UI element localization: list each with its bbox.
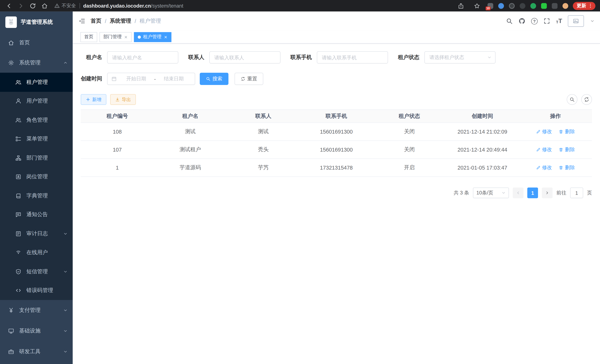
tenant-table: 租户编号 租户名 联系人 联系手机 租户状态 创建时间 操作 108 测试: [81, 110, 592, 177]
extension-icon[interactable]: [508, 2, 515, 9]
cell-tenant-name: 测试租户: [154, 141, 227, 159]
home-icon[interactable]: [41, 2, 48, 9]
table-row: 1 芋道源码 芋艿 17321315478 开启 2021-01-05 17:0…: [81, 159, 592, 177]
security-label: 不安全: [62, 2, 76, 9]
tab-dept[interactable]: 部门管理: [99, 32, 131, 42]
tenant-name-label: 租户名: [81, 54, 102, 61]
page-size-select[interactable]: 10条/页: [473, 187, 509, 198]
edit-label: 修改: [542, 146, 552, 153]
sidebar-item-tools[interactable]: 研发工具: [0, 341, 73, 362]
chevron-right-icon: [545, 191, 549, 195]
update-button[interactable]: 更新: [573, 2, 596, 10]
delete-button[interactable]: 删除: [559, 128, 575, 135]
tenant-status-select[interactable]: 请选择租户状态: [424, 51, 496, 64]
prev-page-button[interactable]: [513, 187, 524, 198]
sidebar-item-role[interactable]: 角色管理: [0, 111, 73, 130]
goto-page-input[interactable]: [570, 187, 583, 198]
page-number-button[interactable]: 1: [527, 187, 538, 198]
help-icon[interactable]: ?: [531, 18, 538, 24]
app-title: 芋道管理系统: [21, 19, 53, 26]
column-header: 创建时间: [446, 110, 519, 123]
sidebar-logo[interactable]: 芋道管理系统: [0, 11, 73, 33]
collapse-sidebar-icon[interactable]: [78, 18, 85, 25]
tab-tenant[interactable]: 租户管理: [134, 32, 171, 42]
cell-phone: 15601691300: [300, 141, 373, 159]
phone-label: 联系手机: [290, 54, 312, 61]
sidebar-item-user[interactable]: 用户管理: [0, 92, 73, 111]
search-icon[interactable]: [506, 18, 513, 25]
reload-icon[interactable]: [29, 2, 36, 9]
sidebar-item-menu[interactable]: 菜单管理: [0, 130, 73, 149]
search-button[interactable]: 搜索: [200, 73, 229, 85]
extension-glyph: [541, 3, 547, 9]
bookmark-star-icon[interactable]: [474, 2, 480, 9]
sidebar-item-online-user[interactable]: 在线用户: [0, 243, 73, 262]
cell-created: 2021-12-14 21:02:09: [446, 123, 519, 141]
contact-input[interactable]: [209, 51, 281, 64]
add-button[interactable]: 新增: [81, 94, 106, 105]
column-header: 联系人: [227, 110, 300, 123]
sidebar-item-home[interactable]: 首页: [0, 33, 73, 53]
sidebar-item-error-code[interactable]: 错误码管理: [0, 281, 73, 300]
close-icon[interactable]: [124, 35, 128, 39]
users-icon: [15, 117, 21, 123]
sidebar-item-post[interactable]: 岗位管理: [0, 167, 73, 186]
edit-button[interactable]: 修改: [536, 146, 552, 153]
edit-icon: [536, 129, 541, 134]
next-page-button[interactable]: [542, 187, 553, 198]
browser-chrome: 不安全 dashboard.yudao.iocoder.cn/system/te…: [0, 0, 600, 11]
address-bar[interactable]: 不安全 dashboard.yudao.iocoder.cn/system/te…: [54, 2, 183, 9]
extension-icon[interactable]: [498, 2, 504, 9]
log-icon: [15, 231, 21, 237]
share-icon[interactable]: [458, 2, 464, 9]
date-range-separator: -: [153, 76, 157, 82]
forward-icon[interactable]: [18, 2, 24, 9]
user-avatar[interactable]: [568, 15, 584, 27]
menu-dots-icon[interactable]: [588, 3, 593, 9]
phone-input[interactable]: [317, 51, 388, 64]
breadcrumb-system[interactable]: 系统管理: [110, 18, 131, 25]
page-unit-label: 页: [587, 189, 592, 196]
profile-avatar[interactable]: [562, 2, 569, 9]
fullscreen-icon[interactable]: [544, 18, 550, 25]
github-icon[interactable]: [519, 18, 525, 25]
sidebar-item-audit-log[interactable]: 审计日志: [0, 224, 73, 243]
extension-icon[interactable]: [551, 2, 558, 9]
sidebar-item-infra[interactable]: 基础设施: [0, 321, 73, 341]
extension-glyph: [509, 3, 515, 9]
create-time-range-picker[interactable]: 开始日期 - 结束日期: [107, 73, 195, 85]
sidebar-item-label: 基础设施: [19, 328, 41, 335]
font-size-icon[interactable]: TT: [556, 18, 562, 24]
extension-icon[interactable]: [530, 2, 536, 9]
delete-button[interactable]: 删除: [559, 146, 575, 153]
extension-icon[interactable]: 10: [487, 2, 494, 9]
reset-button[interactable]: 重置: [234, 73, 263, 85]
sidebar-item-notice[interactable]: 通知公告: [0, 205, 73, 224]
export-button[interactable]: 导出: [110, 94, 136, 105]
back-icon[interactable]: [6, 2, 12, 9]
pagination-total: 共 3 条: [454, 189, 469, 196]
close-icon[interactable]: [164, 35, 168, 39]
filter-contact: 联系人: [188, 51, 281, 64]
toggle-search-button[interactable]: [567, 94, 578, 105]
chevron-down-icon[interactable]: [590, 19, 594, 23]
breadcrumb-home[interactable]: 首页: [91, 18, 102, 25]
sidebar-item-system[interactable]: 系统管理: [0, 53, 73, 73]
tab-home[interactable]: 首页: [80, 32, 97, 42]
refresh-table-button[interactable]: [581, 94, 592, 105]
edit-label: 修改: [542, 128, 552, 135]
sidebar-item-dept[interactable]: 部门管理: [0, 149, 73, 167]
cell-tenant-id: 1: [81, 159, 154, 177]
tenant-name-input[interactable]: [107, 51, 178, 64]
sidebar-item-dict[interactable]: 字典管理: [0, 186, 73, 205]
edit-button[interactable]: 修改: [536, 128, 552, 135]
extension-icon[interactable]: [541, 2, 547, 9]
delete-button[interactable]: 删除: [559, 164, 575, 171]
sidebar-item-pay[interactable]: 支付管理: [0, 300, 73, 321]
sidebar-item-sms[interactable]: 短信管理: [0, 262, 73, 281]
edit-button[interactable]: 修改: [536, 164, 552, 171]
chevron-down-icon: [64, 329, 67, 333]
sidebar-item-tenant[interactable]: 租户管理: [0, 73, 73, 92]
extension-icon[interactable]: [519, 2, 526, 9]
column-header: 租户名: [154, 110, 227, 123]
